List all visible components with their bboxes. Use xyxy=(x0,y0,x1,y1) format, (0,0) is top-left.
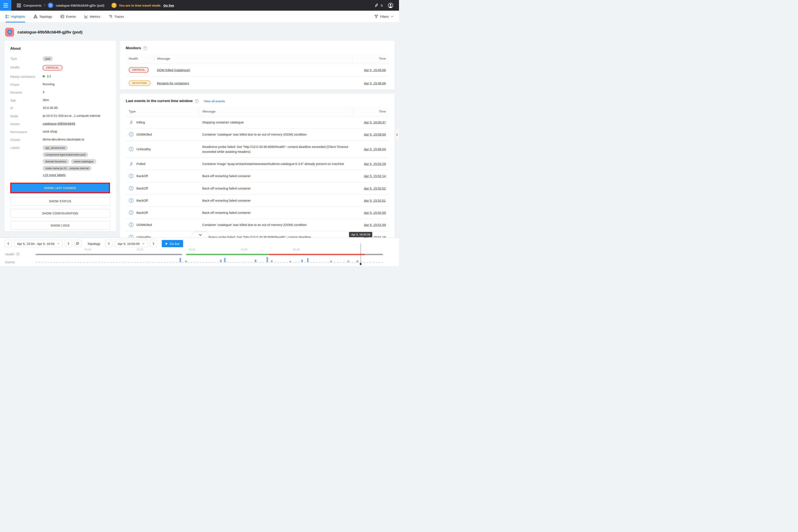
view-all-events-link[interactable]: View all events xyxy=(204,99,225,103)
right-panel-collapse-handle[interactable] xyxy=(395,128,399,141)
marker-dot xyxy=(360,263,361,265)
breadcrumb-components[interactable]: Components xyxy=(23,4,41,7)
event-row[interactable]: BackOffBack-off restarting failed contai… xyxy=(126,207,389,219)
label-pill[interactable]: name:catalogue xyxy=(71,159,96,164)
health-events-timeline[interactable]: Health ? Events 15:1315:2215:3115:4015:4… xyxy=(0,247,399,266)
range-previous-button[interactable] xyxy=(5,240,12,247)
help-icon[interactable]: ? xyxy=(195,99,198,103)
alert-icon xyxy=(129,222,134,227)
topology-icon xyxy=(34,15,37,18)
filters-button[interactable]: Filters xyxy=(375,15,394,18)
event-message-cell: Container 'catalogue' was killed due to … xyxy=(199,222,353,227)
event-row[interactable]: UnhealthyReadiness probe failed: Get "ht… xyxy=(126,141,389,158)
event-row[interactable]: OOMKilledContainer 'catalogue' was kille… xyxy=(126,129,389,141)
about-row-label: Cluster xyxy=(10,137,43,141)
help-icon[interactable]: ? xyxy=(143,46,147,50)
event-message-cell: Back-off restarting failed container xyxy=(199,186,353,191)
label-pill[interactable]: component-type:kubernetes-pod xyxy=(43,152,88,157)
event-time-link[interactable]: Apr 5, 15:52:02 xyxy=(353,187,389,190)
event-row[interactable]: BackOffBack-off restarting failed contai… xyxy=(126,195,389,207)
monitors-card: Monitors ? Health Message Time CRITICALO… xyxy=(120,41,395,90)
event-type-cell: BackOff xyxy=(126,186,199,191)
go-live-link[interactable]: Go live xyxy=(163,4,174,7)
main-content: catalogue-69b58cb649-gjl5v (pod) About T… xyxy=(0,23,399,238)
alert-icon xyxy=(129,198,134,203)
warning-icon: ! xyxy=(112,3,117,8)
health-status-badge: CRITICAL xyxy=(43,65,62,71)
owner-link[interactable]: catalogue-69b58cb649 xyxy=(43,122,75,125)
event-bar xyxy=(330,261,331,262)
action-button-show-logs[interactable]: SHOW LOGS xyxy=(10,221,110,230)
event-time-link[interactable]: Apr 5, 16:00:37 xyxy=(353,120,389,124)
event-time-link[interactable]: Apr 5, 15:52:28 xyxy=(353,162,389,166)
action-button-show-status[interactable]: SHOW STATUS xyxy=(10,197,110,206)
events-card: Last events in the current time window ?… xyxy=(120,94,395,238)
time-travel-text: You are in time travel mode. xyxy=(119,4,161,7)
event-time-link[interactable]: Apr 5, 15:56:04 xyxy=(353,147,389,151)
monitor-time-link[interactable]: Apr 5, 15:46:06 xyxy=(353,81,389,85)
event-row[interactable]: PulledContainer image "quay.io/stackstat… xyxy=(126,158,389,170)
monitor-row[interactable]: CRITICALOOM Killed (catalogue)Apr 5, 15:… xyxy=(126,63,389,77)
about-row-value: 3 xyxy=(43,90,44,94)
monitors-rows: CRITICALOOM Killed (catalogue)Apr 5, 15:… xyxy=(126,63,389,90)
event-row[interactable]: KillingStopping container catalogueApr 5… xyxy=(126,116,389,129)
event-row[interactable]: BackOffBack-off restarting failed contai… xyxy=(126,170,389,182)
about-labels: api_service:truecomponent-type:kubernete… xyxy=(43,145,110,177)
action-button-show-configuration[interactable]: SHOW CONFIGURATION xyxy=(10,209,110,217)
about-row-label: Owner xyxy=(10,122,43,126)
action-button-show-last-change[interactable]: SHOW LAST CHANGE xyxy=(11,184,109,192)
about-row-value: catalogue-69b58cb649 xyxy=(43,122,75,125)
pin-count: 0 xyxy=(381,4,383,7)
event-type-cell: OOMKilled xyxy=(126,222,199,227)
about-row: PhaseRunning xyxy=(10,82,110,86)
user-avatar[interactable] xyxy=(388,3,394,8)
tab-metrics[interactable]: Metrics xyxy=(84,11,100,22)
event-time-link[interactable]: Apr 5, 15:52:00 xyxy=(353,211,389,214)
about-row-label: IP xyxy=(10,106,43,110)
about-row-value: sock-shop xyxy=(43,130,57,133)
time-control-bar: Apr 5, 15:04 - Apr 5, 16:04 Topology Apr… xyxy=(0,238,399,266)
page-title: catalogue-69b58cb649-gjl5v (pod) xyxy=(18,30,82,35)
event-time-link[interactable]: Apr 5, 15:51:59 xyxy=(353,223,389,227)
funnel-icon xyxy=(375,15,378,18)
more-labels-link[interactable]: +15 more labels xyxy=(43,173,65,177)
event-time-link[interactable]: Apr 5, 15:52:01 xyxy=(353,198,389,202)
help-icon[interactable]: ? xyxy=(16,252,20,256)
event-bar xyxy=(224,258,226,262)
event-bar xyxy=(266,257,268,262)
timeline-events-label: Events xyxy=(5,260,15,264)
labels-wrap: api_service:truecomponent-type:kubernete… xyxy=(43,145,110,171)
hamburger-menu-button[interactable] xyxy=(0,0,11,11)
event-row[interactable]: OOMKilledContainer 'catalogue' was kille… xyxy=(126,219,389,231)
label-pill[interactable]: api_service:true xyxy=(43,145,68,150)
monitor-time-link[interactable]: Apr 5, 15:45:06 xyxy=(353,68,389,72)
event-message-cell: Back-off restarting failed container xyxy=(199,198,353,203)
monitor-message-cell: Restarts for containers xyxy=(154,81,353,85)
event-type-cell: Killing xyxy=(126,120,199,125)
event-type-cell: BackOff xyxy=(126,198,199,203)
breadcrumb-entity[interactable]: catalogue-69b58cb649-gjl5v (pod) xyxy=(56,4,104,7)
tab-highlights[interactable]: Highlights xyxy=(5,11,25,22)
about-row: Restarts3 xyxy=(10,90,110,94)
event-bar xyxy=(255,260,256,262)
event-time-link[interactable]: Apr 5, 15:59:00 xyxy=(353,133,389,136)
about-row-label: Ready containers xyxy=(10,74,43,78)
tab-events[interactable]: Events xyxy=(60,11,76,22)
monitor-message-cell: OOM Killed (catalogue) xyxy=(154,68,353,72)
pin-icon[interactable] xyxy=(374,3,379,8)
about-row: IP10.0.30.95 xyxy=(10,106,110,110)
monitor-message-link[interactable]: OOM Killed (catalogue) xyxy=(157,68,190,72)
tab-topology[interactable]: Topology xyxy=(34,11,52,22)
event-bar xyxy=(301,260,303,262)
label-pill[interactable]: domain:business xyxy=(43,159,69,164)
about-row: HealthCRITICAL xyxy=(10,65,110,71)
tab-traces[interactable]: Traces xyxy=(109,11,124,22)
highlight-frame: SHOW LAST CHANGE xyxy=(10,183,110,193)
event-row[interactable]: BackOffBack-off restarting failed contai… xyxy=(126,183,389,195)
monitor-message-link[interactable]: Restarts for containers xyxy=(157,81,189,85)
label-pill[interactable]: node-name:ip-10-...ompute.internal xyxy=(43,166,92,171)
expand-bottom-panel-button[interactable] xyxy=(192,232,208,238)
monitor-row[interactable]: DEVIATINGRestarts for containersApr 5, 1… xyxy=(126,77,389,90)
about-row-label: Age xyxy=(10,98,43,102)
event-time-link[interactable]: Apr 5, 15:52:14 xyxy=(353,174,389,178)
